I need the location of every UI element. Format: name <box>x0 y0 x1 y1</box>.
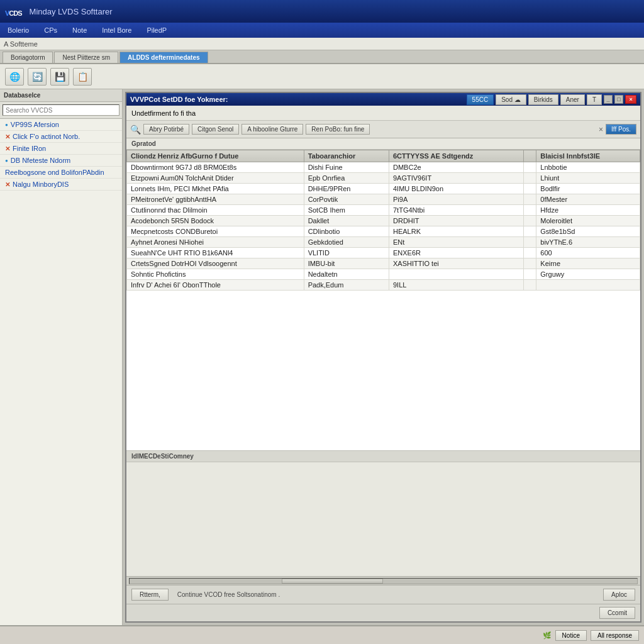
table-row[interactable]: Lonnets IHm, PECI Mkhet PAfiaDHHE/9PRen4… <box>127 184 640 194</box>
dialog-close-btn[interactable]: × <box>625 95 636 104</box>
sidebar-item-2[interactable]: ✕ Finite IRon <box>0 143 122 155</box>
table-row[interactable]: PMeitronetVe' ggtibhAnttHACorPovtikPi9A0… <box>127 194 640 205</box>
table-cell-9-1: IMBU-bit <box>304 258 389 269</box>
table-row[interactable]: Dbowntirmont 9G7J d8 BRM0Et8sDishi Fuine… <box>127 162 640 173</box>
table-row[interactable]: Sohntic PhofictinsNedaltetnGrguwy <box>127 269 640 280</box>
table-cell-11-3 <box>524 280 536 291</box>
cross-icon-2: ✕ <box>5 145 10 152</box>
birkids-btn[interactable]: Birkids <box>528 94 558 105</box>
filter-icon: 🔍 <box>130 125 141 135</box>
col-header-1: Taboaranchior <box>304 150 389 162</box>
table-cell-7-1: Gebkdotied <box>304 237 389 248</box>
table-cell-10-2 <box>389 269 524 280</box>
search-input[interactable] <box>3 104 119 116</box>
tab-boriagotorm[interactable]: Boriagotorm <box>3 52 53 63</box>
data-table: Cliondz Henriz AfbGurno f Dutue Taboaran… <box>126 150 640 291</box>
return-btn[interactable]: Rtterm, <box>131 589 169 601</box>
data-table-wrapper[interactable]: Cliondz Henriz AfbGurno f Dutue Taboaran… <box>126 150 640 450</box>
scrollbar-thumb[interactable] <box>282 579 383 584</box>
horizontal-scrollbar[interactable] <box>129 578 638 584</box>
filter-close-x[interactable]: × <box>599 125 603 134</box>
menu-bolerio[interactable]: Bolerio <box>5 25 31 35</box>
table-cell-0-0: Dbowntirmont 9G7J d8 BRM0Et8s <box>127 162 304 173</box>
dialog-action-btns: 55CC Sod ☁ Birkids Aner T _ □ × <box>467 94 636 105</box>
table-cell-0-3 <box>524 162 536 173</box>
toolbar-refresh-btn[interactable]: 🔄 <box>28 68 47 86</box>
col-header-2: 6CTTYYSS AE Sdtgendz <box>389 150 524 162</box>
all-pos-btn[interactable]: Iff Pos. <box>606 124 636 135</box>
aploc-btn[interactable]: Aploc <box>603 589 635 601</box>
cross-icon-5: ✕ <box>5 181 10 188</box>
table-cell-2-1: DHHE/9PRen <box>304 184 389 194</box>
action-row: Rtterm, Continue VCOD free Soltsonatinom… <box>126 585 640 604</box>
dialog-container: VVVPCot SetDD foe Yokmeer: 55CC Sod ☁ Bi… <box>123 89 644 625</box>
title-bar: VCDS Minday LVDS Softtarer <box>0 0 644 23</box>
table-cell-6-2: HEALRK <box>389 226 524 237</box>
table-cell-4-4: Hfdze <box>536 205 640 216</box>
table-cell-3-3 <box>524 194 536 205</box>
sidebar-item-0[interactable]: ● VP99S Afersion <box>0 119 122 131</box>
t-btn[interactable]: T <box>587 94 602 105</box>
table-cell-6-1: CDlinbotio <box>304 226 389 237</box>
menu-intelbore[interactable]: Intel Bore <box>99 25 134 35</box>
table-cell-1-4: Lhiunt <box>536 173 640 184</box>
toolbar-globe-btn[interactable]: 🌐 <box>5 68 24 86</box>
table-cell-8-1: VLITID <box>304 248 389 258</box>
table-row[interactable]: Acodebonch 5R5N BodockDaklletDRDHITMoler… <box>127 216 640 226</box>
col-header-0: Cliondz Henriz AfbGurno f Dutue <box>127 150 304 162</box>
app-logo: VCDS <box>5 3 22 19</box>
table-cell-10-3 <box>524 269 536 280</box>
table-row[interactable]: SueahN'Ce UHT RTIO B1k6ANl4VLITIDENXE6R6… <box>127 248 640 258</box>
table-row[interactable]: Ayhnet Aronesi NHioheiGebkdotiedENtbivYT… <box>127 237 640 248</box>
filter-tab-2[interactable]: A hibooline Gturre <box>242 124 303 135</box>
menu-note[interactable]: Note <box>70 25 89 35</box>
sidebar-item-5[interactable]: ✕ Nalgu MinboryDIS <box>0 179 122 191</box>
table-row[interactable]: Ctutlinonnd thac DlilmoinSotCB Ihem7tTG4… <box>127 205 640 216</box>
col-header-4: Blaicisl Innbfst3IE <box>536 150 640 162</box>
sidebar-item-4[interactable]: Reelbogsone ond BolifonPAbdin <box>0 167 122 179</box>
table-cell-1-2: 9AGTIV96IT <box>389 173 524 184</box>
scroll-row[interactable] <box>126 576 640 585</box>
allresponse-btn[interactable]: All response <box>591 630 639 641</box>
table-cell-5-1: Dakllet <box>304 216 389 226</box>
table-cell-5-0: Acodebonch 5R5N Bodock <box>127 216 304 226</box>
description-label: IdlMECDeStiComney <box>126 451 640 462</box>
table-cell-10-4: Grguwy <box>536 269 640 280</box>
bullet-icon: ● <box>5 122 8 128</box>
toolbar-copy-btn[interactable]: 📋 <box>73 68 92 86</box>
table-cell-2-0: Lonnets IHm, PECI Mkhet PAfia <box>127 184 304 194</box>
dialog-window: VVVPCot SetDD foe Yokmeer: 55CC Sod ☁ Bi… <box>125 92 641 623</box>
filter-tab-1[interactable]: Citgon Senol <box>192 124 239 135</box>
table-cell-1-1: Epb Onrfiea <box>304 173 389 184</box>
toolbar-save-btn[interactable]: 💾 <box>50 68 69 86</box>
filter-label-row: Undetfirment fo fi tha <box>126 106 640 121</box>
sscc-btn[interactable]: 55CC <box>467 94 494 105</box>
table-cell-0-1: Dishi Fuine <box>304 162 389 173</box>
dialog-title-bar: VVVPCot SetDD foe Yokmeer: 55CC Sod ☁ Bi… <box>126 93 640 106</box>
sod-btn[interactable]: Sod ☁ <box>496 94 526 105</box>
aner-btn[interactable]: Aner <box>560 94 585 105</box>
filter-label: Undetfirment fo fi tha <box>131 109 196 117</box>
dialog-restore-btn[interactable]: □ <box>614 95 623 104</box>
notice-btn[interactable]: Notice <box>555 630 587 641</box>
table-row[interactable]: Mecpnetcosts CONDBuretoiCDlinbotioHEALRK… <box>127 226 640 237</box>
dialog-minimize-btn[interactable]: _ <box>604 95 613 104</box>
sidebar-item-1[interactable]: ✕ Click F'o actinot Norb. <box>0 131 122 143</box>
table-row[interactable]: Infrv D' Achei 6I' ObonTTholePadk,Edum9I… <box>127 280 640 291</box>
menu-piledp[interactable]: PiledP <box>144 25 169 35</box>
table-row[interactable]: CrtetsSgned DotrHOI VdlsoogenntIMBU-bitX… <box>127 258 640 269</box>
tab-aldds[interactable]: ALDDS defterminedates <box>119 52 208 63</box>
menu-cps[interactable]: CPs <box>42 25 60 35</box>
filter-tab-3[interactable]: Ren PoBo: fun fine <box>306 124 370 135</box>
table-row[interactable]: Etzpowni Aum0N TolchAnit DtiderEpb Onrfi… <box>127 173 640 184</box>
table-cell-6-0: Mecpnetcosts CONDBuretoi <box>127 226 304 237</box>
table-cell-0-2: DMBC2e <box>389 162 524 173</box>
table-cell-11-0: Infrv D' Achei 6I' ObonTThole <box>127 280 304 291</box>
table-cell-10-0: Sohntic Phofictins <box>127 269 304 280</box>
table-cell-3-0: PMeitronetVe' ggtibhAnttHA <box>127 194 304 205</box>
commit-btn[interactable]: Ccomit <box>599 607 635 619</box>
menu-bar: Bolerio CPs Note Intel Bore PiledP <box>0 23 644 38</box>
sidebar-item-3[interactable]: ● DB Nfeteste Ndorm <box>0 155 122 167</box>
tab-nestpiitterze[interactable]: Nest Piitterze sm <box>54 52 118 63</box>
filter-tab-0[interactable]: Abry Potirbé <box>143 124 189 135</box>
